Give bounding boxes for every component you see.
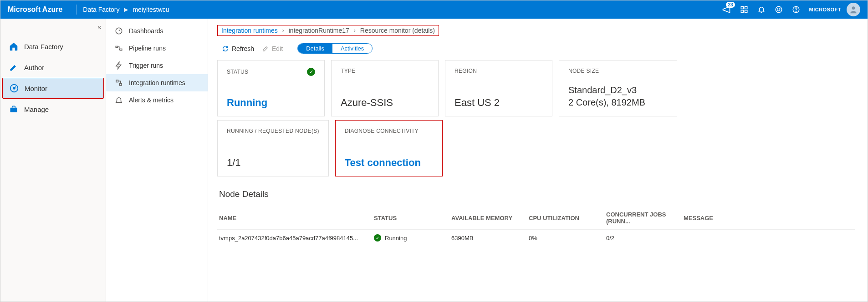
nav-label: Data Factory: [24, 43, 63, 50]
nav2-alerts-metrics[interactable]: Alerts & metrics: [106, 91, 208, 109]
trigger-icon: [114, 61, 123, 70]
pipeline-icon: [114, 44, 123, 53]
col-message[interactable]: MESSAGE: [684, 215, 738, 221]
collapse-nav-icon[interactable]: «: [97, 23, 101, 30]
col-jobs[interactable]: CONCURRENT JOBS (RUNN...: [606, 211, 679, 225]
nav2-pipeline-runs[interactable]: Pipeline runs: [106, 40, 208, 57]
announcements-icon[interactable]: 23: [722, 5, 731, 14]
svg-point-4: [776, 6, 782, 13]
svg-point-9: [852, 6, 855, 10]
nodesize-value-2: 2 Core(s), 8192MB: [568, 96, 668, 109]
nav2-label: Pipeline runs: [129, 45, 166, 52]
node-details-table: NAME STATUS AVAILABLE MEMORY CPU UTILIZA…: [217, 206, 855, 246]
col-name[interactable]: NAME: [219, 215, 369, 221]
topbar-icons: 23: [722, 5, 800, 14]
card-label: STATUS: [227, 69, 248, 75]
nav-label: Author: [24, 64, 44, 71]
toolbar: Refresh Edit Details Activities: [217, 40, 855, 60]
cell-cpu: 0%: [529, 235, 602, 242]
gauge-icon: [114, 26, 123, 35]
nav2-dashboards[interactable]: Dashboards: [106, 22, 208, 40]
nav2-label: Integration runtimes: [129, 79, 185, 86]
nav-label: Manage: [24, 106, 49, 113]
nav2-trigger-runs[interactable]: Trigger runs: [106, 57, 208, 74]
table-row[interactable]: tvmps_2a207432f0da7b6a45a79acd77a4f99841…: [217, 230, 855, 246]
help-icon[interactable]: [792, 5, 800, 14]
top-bar: Microsoft Azure Data Factory ▶ meiyltest…: [0, 0, 868, 19]
azure-logo-text[interactable]: Microsoft Azure: [8, 5, 62, 14]
svg-point-8: [796, 11, 796, 11]
svg-rect-12: [10, 108, 17, 112]
col-status[interactable]: STATUS: [374, 215, 447, 221]
svg-point-11: [13, 87, 15, 89]
bell-icon[interactable]: [757, 5, 766, 14]
breadcrumb-mid: integrationRuntime17: [289, 27, 349, 34]
secondary-nav: Dashboards Pipeline runs Trigger runs In…: [106, 19, 208, 302]
card-nodes: RUNNING / REQUESTED NODE(S) 1/1: [217, 120, 329, 176]
svg-rect-17: [120, 84, 122, 86]
nav-label: Monitor: [25, 85, 47, 92]
nav-author[interactable]: Author: [0, 57, 106, 78]
view-toggle: Details Activities: [297, 43, 373, 54]
breadcrumb-root-link[interactable]: Integration runtimes: [221, 27, 278, 34]
col-memory[interactable]: AVAILABLE MEMORY: [451, 215, 524, 221]
edit-label: Edit: [272, 45, 283, 52]
chevron-right-icon: ›: [282, 27, 284, 34]
card-label: NODE SIZE: [568, 68, 668, 74]
svg-rect-2: [741, 10, 743, 13]
resource-name[interactable]: meiyltestwcu: [133, 6, 169, 13]
status-value[interactable]: Running: [227, 97, 315, 109]
integration-icon: [114, 78, 123, 87]
breadcrumb: Integration runtimes › integrationRuntim…: [217, 25, 439, 36]
user-avatar[interactable]: [847, 3, 860, 16]
nav-data-factory[interactable]: Data Factory: [0, 36, 106, 57]
edit-button: Edit: [262, 45, 283, 52]
chevron-right-icon: ›: [354, 27, 356, 34]
toolbox-icon: [9, 104, 19, 114]
bell-icon: [114, 96, 123, 105]
nav-monitor[interactable]: Monitor: [2, 78, 104, 99]
svg-point-5: [777, 9, 778, 10]
col-cpu[interactable]: CPU UTILIZATION: [529, 215, 602, 221]
service-name[interactable]: Data Factory: [83, 6, 119, 13]
nav2-label: Trigger runs: [129, 62, 163, 69]
pill-details[interactable]: Details: [298, 44, 332, 53]
cell-jobs: 0/2: [606, 235, 679, 242]
notification-badge: 23: [726, 2, 735, 8]
card-label: TYPE: [341, 68, 429, 74]
status-ok-icon: ✓: [307, 68, 315, 76]
svg-rect-0: [741, 6, 743, 9]
svg-rect-16: [116, 80, 118, 82]
refresh-button[interactable]: Refresh: [222, 45, 254, 52]
pill-activities[interactable]: Activities: [332, 44, 372, 53]
nav2-label: Dashboards: [129, 27, 163, 35]
cell-status: ✓ Running: [374, 234, 447, 242]
svg-rect-14: [116, 46, 118, 48]
test-connection-link[interactable]: Test connection: [345, 157, 433, 169]
pencil-icon: [9, 62, 19, 72]
nav2-integration-runtimes[interactable]: Integration runtimes: [106, 74, 208, 91]
svg-rect-15: [120, 49, 122, 50]
nav-manage[interactable]: Manage: [0, 99, 106, 120]
status-ok-icon: ✓: [374, 234, 381, 242]
svg-rect-1: [745, 6, 747, 9]
card-region: REGION East US 2: [445, 60, 552, 116]
region-value: East US 2: [454, 97, 543, 109]
primary-nav: « Data Factory Author Monitor Manage: [0, 19, 106, 302]
card-type: TYPE Azure-SSIS: [331, 60, 439, 116]
cell-name: tvmps_2a207432f0da7b6a45a79acd77a4f99841…: [219, 235, 369, 242]
card-label: DIAGNOSE CONNECTIVITY: [345, 128, 433, 134]
card-node-size: NODE SIZE Standard_D2_v3 2 Core(s), 8192…: [559, 60, 677, 116]
card-status: STATUS ✓ Running: [217, 60, 325, 116]
nav2-label: Alerts & metrics: [129, 96, 174, 104]
feedback-icon[interactable]: [775, 5, 783, 14]
svg-point-6: [779, 9, 780, 10]
directory-icon[interactable]: [740, 5, 748, 14]
card-label: REGION: [454, 68, 543, 74]
topbar-divider: [76, 5, 77, 15]
type-value: Azure-SSIS: [341, 97, 429, 109]
org-label: MICROSOFT: [809, 7, 842, 12]
table-header: NAME STATUS AVAILABLE MEMORY CPU UTILIZA…: [217, 206, 855, 230]
refresh-label: Refresh: [232, 45, 254, 52]
card-label: RUNNING / REQUESTED NODE(S): [227, 128, 319, 134]
